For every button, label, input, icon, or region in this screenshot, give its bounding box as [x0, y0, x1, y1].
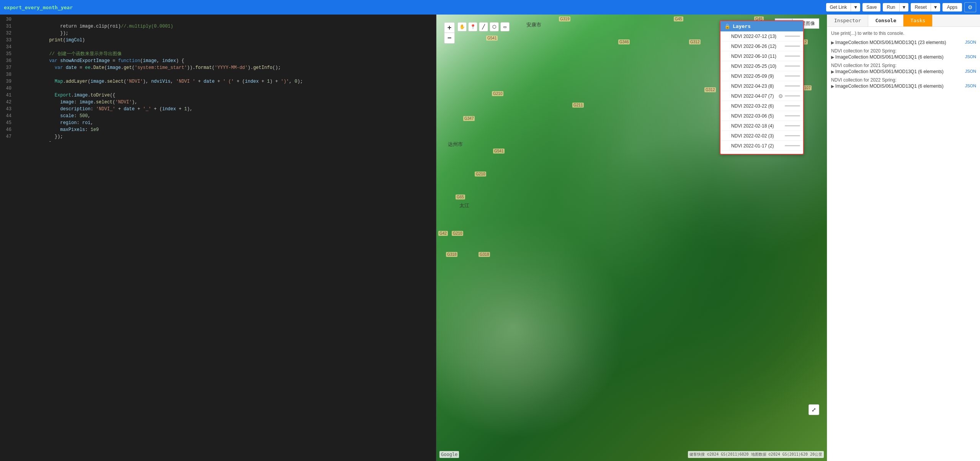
layers-panel: 🔒 Layers NDVI 2022-07-12 (13)NDVI 2022-0… — [720, 20, 804, 155]
layer-slider-9[interactable] — [785, 125, 800, 126]
layers-list[interactable]: NDVI 2022-07-12 (13)NDVI 2022-06-26 (12)… — [720, 31, 803, 154]
layer-name-0: NDVI 2022-07-12 (13) — [731, 34, 783, 39]
layer-name-8: NDVI 2022-03-06 (5) — [731, 113, 783, 119]
console-arrow-3[interactable]: ▶ — [831, 84, 835, 88]
console-json-0[interactable]: JSON — [965, 40, 976, 44]
layer-name-9: NDVI 2022-02-18 (4) — [731, 123, 783, 129]
layer-name-7: NDVI 2022-03-22 (6) — [731, 103, 783, 109]
code-editor-panel: 30 31 32 33 34 35 36 37 38 39 40 41 42 4… — [0, 15, 436, 461]
layer-slider-5[interactable] — [785, 85, 800, 87]
zoom-out-button[interactable]: − — [444, 33, 455, 44]
code-area[interactable]: 30 31 32 33 34 35 36 37 38 39 40 41 42 4… — [0, 15, 436, 142]
hand-tool[interactable]: ✋ — [457, 22, 467, 31]
inspector-panel: Inspector Console Tasks Use print(...) t… — [827, 15, 980, 461]
layer-slider-8[interactable] — [785, 115, 800, 116]
console-json-3[interactable]: JSON — [965, 83, 976, 88]
get-link-group: Get Link ▼ — [826, 3, 861, 11]
layer-name-2: NDVI 2022-06-10 (11) — [731, 54, 783, 59]
shape-tool[interactable]: ⬡ — [490, 22, 499, 31]
layer-slider-11[interactable] — [785, 145, 800, 146]
layer-name-4: NDVI 2022-05-09 (9) — [731, 74, 783, 79]
marker-tool[interactable]: 📍 — [468, 22, 477, 31]
layer-item-0[interactable]: NDVI 2022-07-12 (13) — [720, 31, 803, 41]
google-logo: Google — [439, 451, 459, 458]
console-arrow-0[interactable]: ▶ — [831, 40, 835, 45]
run-button[interactable]: Run — [883, 3, 899, 11]
run-arrow[interactable]: ▼ — [900, 3, 909, 11]
settings-gear-icon[interactable]: ⚙ — [964, 2, 976, 12]
inspector-tabs: Inspector Console Tasks — [827, 15, 980, 27]
map-attribution: 健客快搜 ©2024 GS(2011)6020 地图数据 ©2024 GS(20… — [688, 451, 824, 458]
map-area[interactable]: 安康市 信阳市 达州市 安庆市 铜陵市 池州市 太江 G45 G319 G45 … — [436, 15, 827, 461]
reset-arrow[interactable]: ▼ — [931, 3, 940, 11]
console-arrow-1[interactable]: ▶ — [831, 55, 835, 59]
layer-item-10[interactable]: NDVI 2022-02-02 (3) — [720, 131, 803, 141]
topbar: export_every_month_year Get Link ▼ Save … — [0, 0, 980, 15]
map-tools: ✋ 📍 ╱ ⬡ ▭ — [457, 22, 510, 31]
layers-header: 🔒 Layers — [720, 21, 803, 31]
layer-slider-7[interactable] — [785, 105, 800, 106]
console-item-0: ▶ ImageCollection MODIS/061/MOD13Q1 (23 … — [831, 40, 976, 45]
layer-slider-2[interactable] — [785, 56, 800, 57]
get-link-arrow[interactable]: ▼ — [851, 3, 860, 11]
layer-slider-3[interactable] — [785, 65, 800, 67]
layer-item-7[interactable]: NDVI 2022-03-22 (6) — [720, 101, 803, 111]
layer-checkbox-12[interactable]: ✓ — [724, 153, 729, 154]
toolbar: Get Link ▼ Save Run ▼ Reset ▼ Apps ⚙ — [826, 2, 976, 12]
layer-item-9[interactable]: NDVI 2022-02-18 (4) — [720, 121, 803, 131]
console-item-1: NDVI collection for 2020 Spring:▶ ImageC… — [831, 48, 976, 60]
rect-tool[interactable]: ▭ — [500, 22, 510, 31]
layer-name-10: NDVI 2022-02-02 (3) — [731, 133, 783, 139]
layer-name-5: NDVI 2022-04-23 (8) — [731, 83, 783, 89]
apps-button[interactable]: Apps — [942, 3, 962, 11]
get-link-button[interactable]: Get Link — [826, 3, 851, 11]
fullscreen-button[interactable]: ⤢ — [808, 404, 819, 415]
console-json-1[interactable]: JSON — [965, 54, 976, 59]
layer-slider-4[interactable] — [785, 75, 800, 77]
code-line-38: Map.addLayer(image.select('NDVI'), ndviV… — [15, 71, 436, 78]
code-content: return image.clip(roi)//.multiply(0.0001… — [15, 15, 436, 142]
code-line-34: // 创建一个函数来显示并导出图像 — [15, 44, 436, 51]
layer-name-3: NDVI 2022-05-25 (10) — [731, 64, 783, 69]
inspector-content: Use print(...) to write to this console.… — [827, 27, 980, 461]
console-json-2[interactable]: JSON — [965, 69, 976, 74]
layer-name-1: NDVI 2022-06-26 (12) — [731, 44, 783, 49]
layer-item-6[interactable]: NDVI 2022-04-07 (7)⚙ — [720, 91, 803, 101]
console-text-0: ImageCollection MODIS/061/MOD13Q1 (23 el… — [835, 40, 946, 45]
layer-item-4[interactable]: NDVI 2022-05-09 (9) — [720, 71, 803, 81]
tab-tasks[interactable]: Tasks — [903, 15, 933, 26]
code-line-47: }; — [15, 133, 436, 140]
map-zoom-controls: + − — [444, 22, 455, 44]
layer-item-1[interactable]: NDVI 2022-06-26 (12) — [720, 41, 803, 51]
tab-inspector[interactable]: Inspector — [827, 15, 868, 26]
layer-item-5[interactable]: NDVI 2022-04-23 (8) — [720, 81, 803, 91]
layer-slider-0[interactable] — [785, 36, 800, 37]
console-text-1: ImageCollection MODIS/061/MOD13Q1 (6 ele… — [835, 54, 944, 60]
layer-item-12[interactable]: ✓NDVI 2022-01-01 (1) — [720, 151, 803, 154]
console-text-3: ImageCollection MODIS/061/MOD13Q1 (6 ele… — [835, 83, 944, 89]
console-arrow-2[interactable]: ▶ — [831, 69, 835, 74]
app-title: export_every_month_year — [4, 5, 826, 10]
layer-slider-10[interactable] — [785, 135, 800, 136]
layer-item-2[interactable]: NDVI 2022-06-10 (11) — [720, 51, 803, 61]
use-print-hint: Use print(...) to write to this console. — [831, 31, 976, 36]
tab-console[interactable]: Console — [868, 15, 903, 26]
layer-slider-1[interactable] — [785, 46, 800, 47]
layer-name-6: NDVI 2022-04-07 (7) — [731, 93, 778, 99]
run-group: Run ▼ — [883, 3, 908, 11]
console-item-3: NDVI collection for 2022 Spring:▶ ImageC… — [831, 77, 976, 89]
layer-item-3[interactable]: NDVI 2022-05-25 (10) — [720, 61, 803, 71]
save-button[interactable]: Save — [862, 3, 880, 11]
console-item-2: NDVI collection for 2021 Spring:▶ ImageC… — [831, 63, 976, 74]
layer-name-11: NDVI 2022-01-17 (2) — [731, 143, 783, 149]
layer-item-11[interactable]: NDVI 2022-01-17 (2) — [720, 141, 803, 151]
code-line-32: print(imgCol) — [15, 30, 436, 37]
reset-button[interactable]: Reset — [911, 3, 931, 11]
layer-slider-6[interactable] — [785, 95, 800, 96]
layer-gear-icon-6[interactable]: ⚙ — [778, 93, 783, 99]
zoom-in-button[interactable]: + — [444, 22, 455, 33]
line-tool[interactable]: ╱ — [479, 22, 488, 31]
map-background: 安康市 信阳市 达州市 安庆市 铜陵市 池州市 太江 G45 G319 G45 … — [436, 15, 827, 461]
reset-group: Reset ▼ — [911, 3, 940, 11]
layer-item-8[interactable]: NDVI 2022-03-06 (5) — [720, 111, 803, 121]
